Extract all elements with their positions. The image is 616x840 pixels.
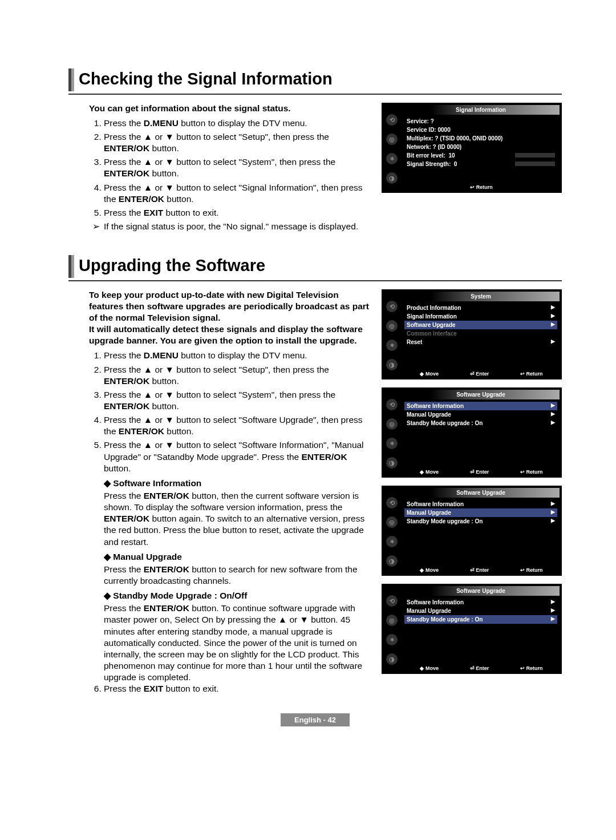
osd-title: Signal Information [402, 105, 560, 115]
sec2-text: To keep your product up-to-date with new… [68, 289, 370, 697]
osd-item: Manual Upgrade▶ [404, 607, 557, 615]
osd-signal-info: ⟲◎✶◑ Signal Information Service: ? Servi… [382, 103, 562, 193]
osd-item-selected: Manual Upgrade▶ [404, 508, 557, 517]
step: Press the ▲ or ▼ button to select "Syste… [104, 389, 370, 412]
osd-software-upgrade-2: ⟲◎✶◑ Software Upgrade Software Informati… [382, 486, 562, 576]
step: Press the ▲ or ▼ button to select "Setup… [104, 131, 370, 154]
osd-item: Software Information▶ [404, 500, 557, 508]
osd-bit-error: Bit error level: 10 [404, 151, 557, 160]
sec1-note: If the signal status is poor, the "No si… [68, 221, 370, 232]
sec1-text: You can get information about the signal… [68, 103, 370, 232]
osd-item-dim: Common Interface [404, 329, 557, 338]
osd-item: Software Information▶ [404, 598, 557, 607]
step: Press the ▲ or ▼ button to select "Syste… [104, 156, 370, 179]
sec1-intro: You can get information about the signal… [68, 103, 370, 114]
sec2-steps: Press the D.MENU button to display the D… [89, 350, 370, 474]
osd-strength: Signal Strength: 0 [404, 160, 557, 168]
sub-manual-upgrade: Manual Upgrade Press the ENTER/OK button… [104, 551, 370, 587]
osd-line: Service: ? [404, 117, 557, 126]
step: Press the ▲ or ▼ button to select "Softw… [104, 439, 370, 474]
heading-software-upgrade: Upgrading the Software [68, 255, 562, 281]
osd-item: Signal Information▶ [404, 312, 557, 321]
page-footer: English - 42 [68, 714, 562, 725]
sec2-intro: To keep your product up-to-date with new… [68, 289, 370, 347]
osd-item-selected: Software Information▶ [404, 402, 557, 410]
osd-item: Manual Upgrade▶ [404, 410, 557, 419]
sub-software-info: Software Information Press the ENTER/OK … [104, 478, 370, 548]
sec2-step6: Press the EXIT button to exit. [89, 683, 370, 694]
sub-standby-mode: Standby Mode Upgrade : On/Off Press the … [104, 590, 370, 683]
osd-line: Network: ? (ID 0000) [404, 143, 557, 151]
osd-return: ↩ Return [470, 184, 493, 191]
heading-signal-info: Checking the Signal Information [68, 68, 562, 95]
osd-item-selected: Standby Mode upgrade : On▶ [404, 615, 557, 624]
step: Press the D.MENU button to display the D… [104, 118, 370, 129]
osd-item: Standby Mode upgrade : On▶ [404, 419, 557, 427]
step: Press the ▲ or ▼ button to select "Setup… [104, 364, 370, 387]
sec1-steps: Press the D.MENU button to display the D… [89, 118, 370, 219]
osd-item: Product Information▶ [404, 304, 557, 312]
step: Press the ▲ or ▼ button to select "Signa… [104, 182, 370, 205]
step: Press the D.MENU button to display the D… [104, 350, 370, 361]
step: Press the EXIT button to exit. [104, 207, 370, 219]
step: Press the EXIT button to exit. [104, 683, 370, 694]
osd-item: Reset▶ [404, 338, 557, 346]
step: Press the ▲ or ▼ button to select "Softw… [104, 414, 370, 437]
osd-title: System [402, 292, 560, 301]
osd-software-upgrade-1: ⟲◎✶◑ Software Upgrade Software Informati… [382, 387, 562, 478]
osd-line: Service ID: 0000 [404, 126, 557, 134]
osd-software-upgrade-3: ⟲◎✶◑ Software Upgrade Software Informati… [382, 584, 562, 674]
osd-system: ⟲◎✶◑ System Product Information▶ Signal … [382, 289, 562, 379]
osd-item: Standby Mode upgrade : On▶ [404, 517, 557, 526]
osd-item-selected: Software Upgrade▶ [404, 321, 557, 329]
osd-line: Multiplex: ? (TSID 0000, ONID 0000) [404, 134, 557, 143]
